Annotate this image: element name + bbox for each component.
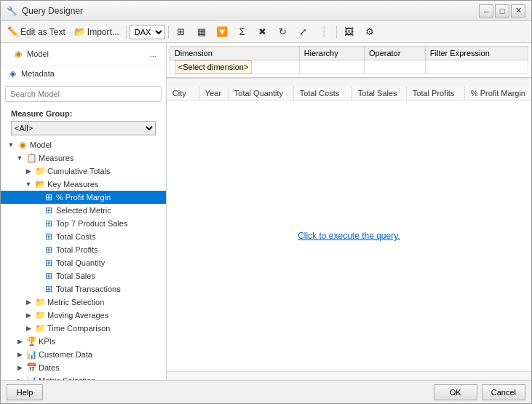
tree-total-sales-label: Total Sales xyxy=(56,272,95,280)
expand-key-measures[interactable]: ▼ xyxy=(24,180,33,189)
tree-selected-metric[interactable]: ⊞ Selected Metric xyxy=(1,204,166,217)
expand-measures[interactable]: ▼ xyxy=(15,154,24,162)
close-button[interactable]: ✕ xyxy=(511,4,525,17)
filter-operator-cell xyxy=(364,60,425,74)
toolbar-btn-3[interactable]: 🔽 xyxy=(213,24,231,40)
title-bar: 🔧 Query Designer – □ ✕ xyxy=(1,1,531,21)
metadata-icon: ◈ xyxy=(7,68,18,79)
toolbar-separator-1 xyxy=(126,25,127,39)
tree-cumulative-totals[interactable]: ▶ 📁 Cumulative Totals xyxy=(1,165,166,178)
results-col-total-quantity: Total Quantity xyxy=(229,87,294,100)
tree-profit-margin[interactable]: ⊞ % Profit Margin xyxy=(1,191,166,204)
tree-kpis[interactable]: ▶ 🏆 KPIs xyxy=(1,335,166,348)
window-icon: 🔧 xyxy=(7,6,17,16)
toolbar-btn-2[interactable]: ▦ xyxy=(192,24,211,40)
exclaim-icon: ❕ xyxy=(318,26,330,38)
model-ellipsis-button[interactable]: ... xyxy=(146,46,160,62)
delete-icon: ✖ xyxy=(257,26,269,38)
import-icon: 📂 xyxy=(74,26,86,38)
cumulative-folder-icon: 📁 xyxy=(34,165,46,177)
tree-top7-label: Top 7 Product Sales xyxy=(56,219,127,228)
title-bar-controls: – □ ✕ xyxy=(479,4,525,17)
right-panel: Dimension Hierarchy Operator Filter Expr… xyxy=(167,43,531,380)
tree-metric-selection-folder[interactable]: ▶ 📁 Metric Selection xyxy=(1,296,166,309)
maximize-button[interactable]: □ xyxy=(495,4,509,17)
tree-top7[interactable]: ⊞ Top 7 Product Sales xyxy=(1,217,166,230)
refresh-icon: ↻ xyxy=(277,26,289,38)
toolbar-btn-8[interactable]: ❕ xyxy=(314,24,333,40)
results-col-total-sales: Total Sales xyxy=(352,87,407,100)
tree-total-quantity[interactable]: ⊞ Total Quantity xyxy=(1,256,166,269)
total-transactions-icon: ⊞ xyxy=(43,283,55,295)
customer-data-icon: 📊 xyxy=(25,349,37,360)
metadata-item[interactable]: ◈ Metadata xyxy=(1,66,166,82)
filter-col-operator: Operator xyxy=(364,47,425,60)
toolbar-btn-5[interactable]: ✖ xyxy=(253,24,272,40)
filter-scrollbar[interactable] xyxy=(167,78,531,87)
image-icon: 🖼 xyxy=(344,26,355,38)
toolbar-btn-9[interactable]: 🖼 xyxy=(340,24,359,40)
kpis-icon: 🏆 xyxy=(25,336,37,347)
expand-profit-margin xyxy=(33,193,41,202)
tree-profit-margin-label: % Profit Margin xyxy=(56,193,111,202)
expand-icon: ⤢ xyxy=(298,26,309,38)
left-panel: ◉ Model ... ◈ Metadata Measure Group: <A… xyxy=(1,43,167,380)
filter-hierarchy-cell xyxy=(299,60,364,74)
help-button[interactable]: Help xyxy=(7,384,43,400)
model-item[interactable]: ◉ Model xyxy=(7,46,55,62)
toolbar-btn-6[interactable]: ↻ xyxy=(274,24,293,40)
filter-area: Dimension Hierarchy Operator Filter Expr… xyxy=(167,43,531,78)
measure-group-select[interactable]: <All> xyxy=(11,121,156,135)
tree-dates[interactable]: ▶ 📅 Dates xyxy=(1,361,166,374)
metric-selection-folder-icon: 📁 xyxy=(34,296,46,308)
toolbar-btn-4[interactable]: Σ xyxy=(233,24,252,40)
toolbar-btn-1[interactable]: ⊞ xyxy=(172,24,191,40)
edit-as-text-button[interactable]: ✏️ Edit as Text xyxy=(4,24,69,40)
toolbar-separator-2 xyxy=(168,25,169,39)
filter-table: Dimension Hierarchy Operator Filter Expr… xyxy=(170,46,528,74)
toolbar: ✏️ Edit as Text 📂 Import... DAX ⊞ ▦ 🔽 Σ … xyxy=(1,21,531,43)
moving-averages-icon: 📁 xyxy=(34,309,46,321)
results-col-total-profits: Total Profits xyxy=(407,87,465,100)
tree-measures-label: Measures xyxy=(39,154,74,162)
results-col-total-costs: Total Costs xyxy=(294,87,352,100)
tree-measures[interactable]: ▼ 📋 Measures xyxy=(1,151,166,165)
results-header: City Year Total Quantity Total Costs Tot… xyxy=(167,87,531,100)
main-content: ◉ Model ... ◈ Metadata Measure Group: <A… xyxy=(1,43,531,380)
total-profits-icon: ⊞ xyxy=(43,244,55,256)
tree-total-profits[interactable]: ⊞ Total Profits xyxy=(1,243,166,256)
toolbar-separator-3 xyxy=(336,25,337,39)
tree-customer-data-label: Customer Data xyxy=(39,350,92,359)
cancel-button[interactable]: Cancel xyxy=(482,384,525,400)
tree-customer-data[interactable]: ▶ 📊 Customer Data xyxy=(1,348,166,361)
tree-moving-averages-label: Moving Averages xyxy=(47,311,108,320)
expand-model[interactable]: ▼ xyxy=(7,140,15,149)
dax-dropdown[interactable]: DAX xyxy=(130,25,165,39)
toolbar-btn-7[interactable]: ⤢ xyxy=(294,24,313,40)
tree-total-sales[interactable]: ⊞ Total Sales xyxy=(1,269,166,282)
tree-total-costs[interactable]: ⊞ Total Costs xyxy=(1,230,166,243)
tree-time-comparison[interactable]: ▶ 📁 Time Comparison xyxy=(1,322,166,335)
results-scrollbar[interactable] xyxy=(167,371,531,380)
search-section xyxy=(1,82,166,106)
tree-total-transactions[interactable]: ⊞ Total Transactions xyxy=(1,282,166,296)
import-button[interactable]: 📂 Import... xyxy=(71,24,123,40)
tree-cumulative-label: Cumulative Totals xyxy=(47,167,111,175)
expand-cumulative[interactable]: ▶ xyxy=(24,167,33,175)
filter-icon: 🔽 xyxy=(216,26,228,38)
tree-metric-selection-root[interactable]: ▶ 📊 Metric Selection xyxy=(1,374,166,380)
minimize-button[interactable]: – xyxy=(479,4,493,17)
status-left: Help xyxy=(7,384,43,400)
tree-moving-averages[interactable]: ▶ 📁 Moving Averages xyxy=(1,309,166,322)
execute-query-link[interactable]: Click to execute the query. xyxy=(298,231,400,241)
filter-select-dimension[interactable]: <Select dimension> xyxy=(170,60,299,74)
ok-button[interactable]: OK xyxy=(434,384,477,400)
toolbar-btn-10[interactable]: ⚙ xyxy=(360,24,379,40)
tree-total-transactions-label: Total Transactions xyxy=(56,285,121,293)
search-input[interactable] xyxy=(5,86,162,102)
tree-time-comparison-label: Time Comparison xyxy=(47,324,110,333)
measure-group-section: Measure Group: <All> xyxy=(1,106,166,138)
tree-model-root[interactable]: ▼ ◉ Model xyxy=(1,138,166,151)
top7-icon: ⊞ xyxy=(43,218,55,229)
tree-key-measures[interactable]: ▼ 📂 Key Measures xyxy=(1,178,166,191)
